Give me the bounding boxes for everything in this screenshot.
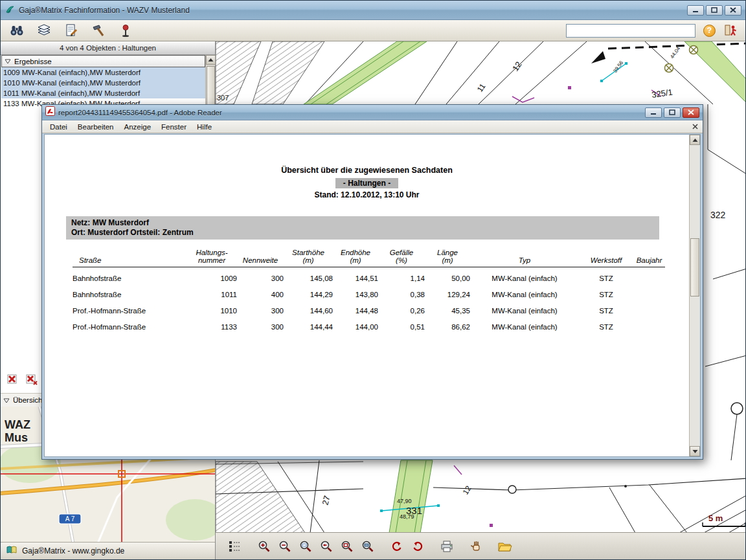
parcel-label: 331 (406, 505, 422, 516)
cell-baujahr (633, 287, 665, 303)
results-section-label: Ergebnisse (14, 58, 52, 65)
remove-all-results-icon[interactable] (6, 373, 19, 386)
scroll-up-icon[interactable] (690, 135, 700, 145)
menu-item[interactable]: Bearbeiten (73, 122, 119, 132)
maximize-button[interactable] (706, 5, 723, 16)
cell-werkstoff: STZ (579, 287, 633, 303)
cell-laenge: 129,24 (425, 287, 470, 303)
pdf-maximize-button[interactable] (664, 107, 681, 118)
cell-werkstoff: STZ (579, 303, 633, 319)
rotate-left-icon[interactable] (388, 537, 405, 555)
pan-hand-icon[interactable] (467, 537, 484, 555)
parcel-label: 322 (710, 210, 726, 220)
pdf-scrollbar[interactable] (689, 135, 700, 456)
zoom-selection-icon[interactable] (297, 537, 314, 555)
cell-starthoehe: 144,44 (284, 319, 333, 335)
column-header: Länge (m) (425, 249, 470, 267)
search-input[interactable] (566, 24, 695, 38)
document-subtitle: - Haltungen - (335, 178, 398, 188)
motorway-badge: A 7 (59, 514, 81, 524)
cell-haltungsnummer: 1011 (186, 287, 237, 303)
result-list-item[interactable]: 1011 MW-Kanal (einfach),MW Musterdorf (1, 88, 205, 98)
cell-nennweite: 300 (237, 319, 284, 335)
haltungen-table: Straße Haltungs- nummer Nennweite Starth… (73, 249, 665, 335)
print-icon[interactable] (438, 537, 455, 555)
gingko-logo-icon (6, 545, 17, 557)
column-header: Baujahr (633, 249, 665, 267)
location-label: Ort: Musterdorf Ortsteil: Zentrum (71, 228, 654, 238)
cell-haltungsnummer: 1010 (186, 303, 237, 319)
collapse-triangle-icon (3, 398, 10, 403)
table-row: Prof.-Hofmann-Straße 1010 300 144,60 144… (73, 303, 665, 319)
pdf-menubar: DateiBearbeitenAnzeigeFensterHilfe (42, 120, 703, 133)
zoom-out-icon[interactable] (276, 537, 293, 555)
document-title: Übersicht über die zugewiesenen Sachdate… (45, 166, 689, 175)
cell-strasse: Bahnhofstraße (73, 287, 186, 303)
cell-baujahr (633, 303, 665, 319)
exit-icon[interactable] (723, 23, 739, 38)
column-header: Straße (73, 249, 186, 267)
statusbar: Gaja®Matrix - www.gingko.de (1, 542, 215, 559)
table-row: Bahnhofstraße 1011 400 144,29 143,80 0,3… (73, 287, 665, 303)
pdf-close-button[interactable] (683, 107, 699, 118)
minimize-button[interactable] (687, 5, 704, 16)
scroll-up-icon[interactable] (206, 55, 216, 65)
main-titlebar[interactable]: Gaja®Matrix Fachinformation - WAZV Muste… (1, 1, 745, 20)
cell-starthoehe: 144,60 (284, 303, 333, 319)
help-button[interactable]: ? (703, 25, 716, 37)
menu-item[interactable]: Fenster (156, 122, 192, 132)
pin-icon[interactable] (116, 22, 135, 39)
main-toolbar: ? (1, 20, 745, 41)
search-binoculars-icon[interactable] (7, 22, 27, 39)
parcel-label: 307 (217, 94, 229, 102)
cell-gefaelle: 1,14 (378, 267, 425, 287)
adobe-pdf-icon (45, 106, 55, 118)
close-button[interactable] (725, 5, 741, 16)
results-section-header[interactable]: Ergebnisse (1, 55, 205, 67)
scrollbar-thumb[interactable] (690, 238, 699, 297)
cell-nennweite: 300 (237, 303, 284, 319)
cell-endhoehe: 143,80 (333, 287, 378, 303)
result-list-item[interactable]: 1009 MW-Kanal (einfach),MW Musterdorf (1, 67, 205, 78)
pdf-reader-window: report2044311149455364054.pdf - Adobe Re… (41, 104, 703, 460)
cell-laenge: 86,62 (425, 319, 470, 335)
column-header: Gefälle (%) (378, 249, 425, 267)
table-row: Bahnhofstraße 1009 300 145,08 144,51 1,1… (73, 267, 665, 287)
cell-werkstoff: STZ (579, 267, 633, 287)
cell-strasse: Prof.-Hofmann-Straße (73, 303, 186, 319)
menu-item[interactable]: Anzeige (119, 122, 156, 132)
close-document-icon[interactable] (690, 124, 700, 129)
overview-section-label: Übersicht (13, 396, 45, 404)
column-header: Endhöhe (m) (333, 249, 378, 267)
window-title: Gaja®Matrix Fachinformation - WAZV Muste… (19, 6, 190, 15)
cell-baujahr (633, 319, 665, 335)
zoom-window-icon[interactable] (359, 537, 376, 555)
zoom-in-icon[interactable] (255, 537, 273, 555)
open-folder-icon[interactable] (496, 537, 514, 555)
overview-list-icon[interactable] (226, 537, 243, 555)
map-layers-icon[interactable] (34, 22, 54, 39)
statusbar-text: Gaja®Matrix - www.gingko.de (22, 546, 124, 555)
cell-haltungsnummer: 1009 (186, 267, 237, 287)
pdf-titlebar[interactable]: report2044311149455364054.pdf - Adobe Re… (42, 105, 703, 120)
cell-strasse: Bahnhofstraße (73, 267, 186, 287)
cell-endhoehe: 144,48 (333, 303, 378, 319)
menu-item[interactable]: Hilfe (192, 122, 217, 132)
scroll-down-icon[interactable] (690, 446, 700, 456)
cell-laenge: 50,00 (425, 267, 470, 287)
zoom-previous-icon[interactable] (317, 537, 335, 555)
pdf-minimize-button[interactable] (645, 107, 662, 118)
menu-item[interactable]: Datei (45, 122, 73, 132)
cell-starthoehe: 145,08 (284, 267, 333, 287)
rotate-right-icon[interactable] (409, 537, 426, 555)
network-info-band: Netz: MW Musterdorf Ort: Musterdorf Orts… (66, 216, 659, 240)
scale-label: 5 m (708, 513, 723, 523)
measure-label: 47,90 (397, 498, 412, 504)
cell-baujahr (633, 267, 665, 287)
zoom-extent-icon[interactable] (338, 537, 356, 555)
tools-hammer-icon[interactable] (89, 22, 108, 39)
result-list-item[interactable]: 1010 MW-Kanal (einfach),MW Musterdorf (1, 78, 205, 88)
report-edit-icon[interactable] (62, 22, 81, 39)
remove-selected-results-icon[interactable] (25, 373, 38, 386)
column-header: Werkstoff (579, 249, 633, 267)
